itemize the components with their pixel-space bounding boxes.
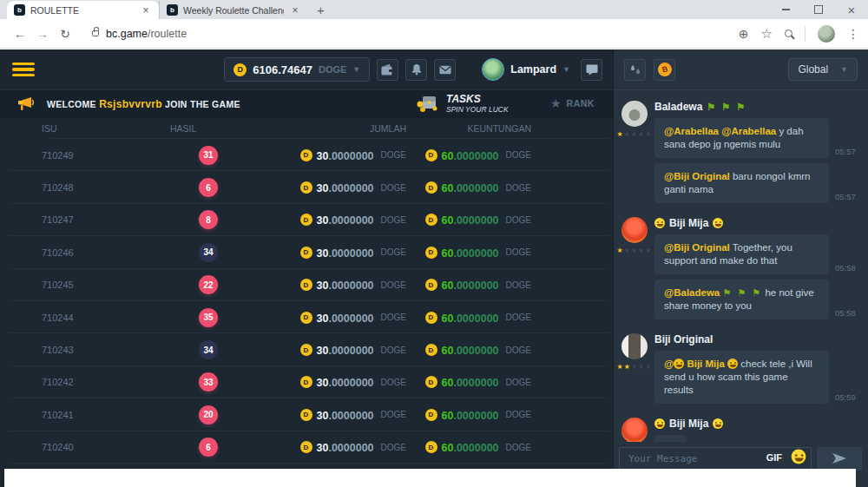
forward-button[interactable] [31,27,54,41]
search-icon[interactable] [785,30,792,37]
profit-cell: D 60.0000000 DOGE [425,148,546,163]
bubble-text[interactable]: @Arabellaa @Arabellaa y dah sana depo jg… [654,118,829,158]
balance-selector[interactable]: D 6106.74647 DOGE [224,57,370,82]
avatar[interactable] [621,217,648,243]
chat-username[interactable]: Biji Original [654,333,859,346]
screen: b ROULETTE b Weekly Roulette Challenge -… [0,0,868,487]
avatar[interactable] [621,101,648,127]
new-tab-button[interactable] [317,3,325,19]
announcement-banner: WELCOME Rsjsbvvrvrb JOIN THE GAME TASKS … [0,90,613,118]
bubble-text[interactable]: Ok [654,435,687,442]
close-tab-icon[interactable] [140,4,152,16]
doge-coin-icon: D [233,63,247,76]
bet-amount-cell: D 30.0000000 DOGE [300,310,414,326]
bubble-text[interactable]: @Biji Original baru nongol kmrn ganti na… [654,163,829,203]
notifications-button[interactable] [405,59,427,81]
url-host: bc.game [106,28,148,40]
maximize-button[interactable] [802,0,835,19]
tab-weekly-challenge[interactable]: b Weekly Roulette Challenge - Win [159,1,308,19]
round-id: 710248 [42,182,170,193]
bubble-text[interactable]: @ Biji Mija check tele ,i Will send u ho… [654,351,829,404]
profit-currency: DOGE [506,150,531,160]
menu-icon[interactable] [12,63,35,77]
mention[interactable]: @Biji Original [664,242,730,253]
bc-game-app: D 6106.74647 DOGE Lampard [0,49,868,487]
bet-amount-cell: D 30.0000000 DOGE [300,439,414,455]
result-cell: 6 [170,178,292,197]
gif-button[interactable]: GIF [766,452,782,463]
browser-profile-avatar[interactable] [818,25,835,43]
bet-amount-decimals: .0000000 [328,442,373,454]
mention[interactable]: @Baladewa [664,287,720,298]
table-row[interactable]: 710242 33 D 30.0000000 DOGE D 60.0000000… [0,366,613,398]
chat-username[interactable]: Biji Mija [654,418,859,430]
tab-title: ROULETTE [30,5,135,16]
avatar[interactable] [621,418,648,442]
grin-emoji-icon [674,359,684,369]
result-badge: 35 [199,308,218,327]
balance-amount: 6106.74647 [253,63,312,76]
table-row[interactable]: 710245 22 D 30.0000000 DOGE D 60.0000000… [0,269,613,301]
chat-message-input[interactable] [619,447,812,471]
table-row[interactable]: 710241 20 D 30.0000000 DOGE D 60.0000000… [0,398,613,431]
chat-toggle-button[interactable] [581,59,602,81]
tasks-subtitle: SPIN YOUR LUCK [446,105,509,114]
send-button[interactable] [817,447,862,471]
table-row[interactable]: 710246 34 D 30.0000000 DOGE D 60.0000000… [0,236,613,268]
zoom-page-icon[interactable] [739,27,749,41]
url-field[interactable]: bc.game/roulette [106,28,187,40]
chat-panel: B Global ★★★★★ Baladewa⚑ ⚑ ⚑ @Arabellaa … [613,49,868,487]
mention[interactable]: @Arabellaa @Arabellaa [664,126,776,136]
bubble-text[interactable]: @Baladewa ⚑ ⚑ ⚑ he not give share money … [654,280,829,319]
wallet-button[interactable] [377,59,398,81]
mention[interactable]: @Biji Original [664,171,730,181]
profit-amount-decimals: .0000000 [453,345,498,357]
bubble-text[interactable]: @Biji Original Together, you support and… [654,234,829,274]
table-row[interactable]: 710243 34 D 30.0000000 DOGE D 60.0000000… [0,333,613,365]
bet-amount: 30 [317,345,329,357]
table-row[interactable]: 710240 6 D 30.0000000 DOGE D 60.0000000 … [0,431,613,464]
chat-room-select[interactable]: Global [788,58,858,81]
bubble-time: 05:57 [835,147,859,158]
profit-amount: 60 [442,247,454,260]
chat-username[interactable]: Biji Mija [654,217,859,229]
messages-button[interactable] [434,59,456,81]
doge-coin-icon: D [425,376,437,388]
emoji-picker-icon[interactable] [792,449,806,464]
avatar[interactable] [621,333,648,359]
mention[interactable]: @ Biji Mija [664,359,738,369]
bet-currency: DOGE [381,378,406,387]
rank-link[interactable]: RANK [550,97,595,109]
rain-button[interactable] [624,59,646,81]
reload-button[interactable] [54,27,76,41]
minimize-button[interactable] [769,0,802,19]
chat-username[interactable]: Baladewa⚑ ⚑ ⚑ [654,101,859,113]
close-tab-icon[interactable] [289,4,301,16]
coin-drop-button[interactable]: B [654,59,675,81]
tab-roulette[interactable]: b ROULETTE [7,1,159,19]
bet-currency: DOGE [381,346,406,355]
chat-message: @Biji Original baru nongol kmrn ganti na… [654,163,859,203]
close-window-button[interactable] [835,0,868,19]
table-row[interactable]: 710249 31 D 30.0000000 DOGE D 60.0000000… [0,139,613,171]
tasks-link[interactable]: TASKS SPIN YOUR LUCK [417,93,509,114]
back-button[interactable] [9,27,31,41]
user-menu[interactable]: Lampard [482,58,570,81]
bookmark-icon[interactable] [761,26,773,42]
doge-coin-icon: D [300,312,312,324]
table-row[interactable]: 710247 8 D 30.0000000 DOGE D 60.0000000 … [0,204,613,236]
profit-amount-decimals: .0000000 [453,377,498,389]
address-bar: bc.game/roulette [0,19,868,49]
bet-currency: DOGE [381,280,406,290]
welcome-username: Rsjsbvvrvrb [99,98,162,110]
browser-menu-icon[interactable] [847,27,859,41]
profit-cell: D 60.0000000 DOGE [425,212,546,227]
profit-amount: 60 [442,182,454,194]
username-text: Biji Original [654,333,713,346]
table-row[interactable]: 710248 6 D 30.0000000 DOGE D 60.0000000 … [0,171,613,203]
doge-coin-icon: D [425,344,437,356]
table-row[interactable]: 710244 35 D 30.0000000 DOGE D 60.0000000… [0,301,613,333]
profit-cell: D 60.0000000 DOGE [425,374,546,390]
chevron-down-icon [840,65,848,74]
window-controls [769,0,868,19]
